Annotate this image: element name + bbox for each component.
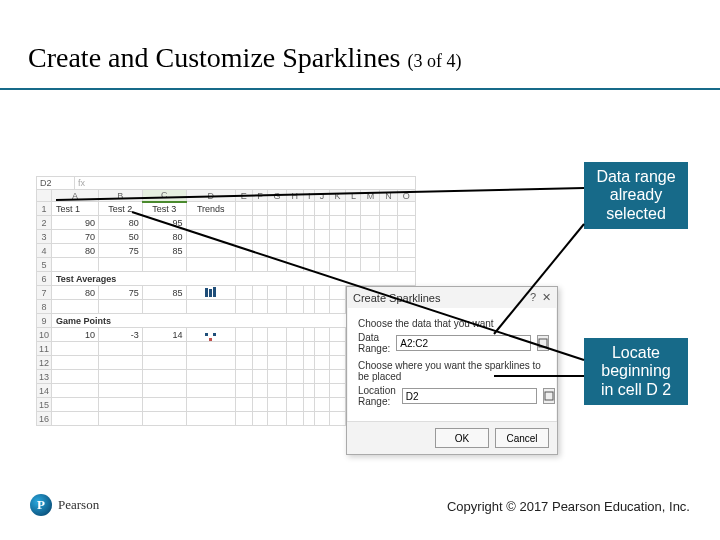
cell[interactable] xyxy=(329,216,346,230)
column-header[interactable]: F xyxy=(252,190,268,202)
cell[interactable] xyxy=(252,300,268,314)
row-header[interactable]: 12 xyxy=(37,356,52,370)
column-header[interactable]: I xyxy=(304,190,315,202)
cell[interactable]: 80 xyxy=(52,286,99,300)
column-header[interactable]: K xyxy=(329,190,346,202)
cell[interactable] xyxy=(252,286,268,300)
cell[interactable] xyxy=(380,202,397,216)
cell[interactable] xyxy=(315,328,329,342)
cell[interactable] xyxy=(397,258,415,272)
cell[interactable] xyxy=(315,356,329,370)
cell[interactable] xyxy=(268,370,286,384)
cell[interactable] xyxy=(286,370,303,384)
column-header[interactable]: L xyxy=(346,190,361,202)
cell[interactable] xyxy=(346,230,361,244)
cell[interactable] xyxy=(329,258,346,272)
row-header[interactable]: 16 xyxy=(37,412,52,426)
cell[interactable] xyxy=(315,342,329,356)
cell[interactable] xyxy=(142,384,186,398)
data-range-input[interactable] xyxy=(396,335,531,351)
column-header[interactable]: E xyxy=(235,190,252,202)
cell[interactable] xyxy=(346,202,361,216)
column-header[interactable]: H xyxy=(286,190,303,202)
cell[interactable] xyxy=(252,230,268,244)
cell[interactable] xyxy=(52,370,99,384)
cell[interactable] xyxy=(186,216,235,230)
cell[interactable] xyxy=(286,300,303,314)
cell[interactable] xyxy=(252,202,268,216)
cell[interactable] xyxy=(252,370,268,384)
cell[interactable] xyxy=(304,258,315,272)
cell[interactable] xyxy=(235,412,252,426)
row-header[interactable]: 3 xyxy=(37,230,52,244)
cell[interactable] xyxy=(304,370,315,384)
cell[interactable]: 85 xyxy=(142,244,186,258)
cell[interactable] xyxy=(315,398,329,412)
cell[interactable] xyxy=(380,244,397,258)
cell[interactable] xyxy=(329,244,346,258)
cell[interactable] xyxy=(235,202,252,216)
cell[interactable] xyxy=(52,384,99,398)
cell[interactable]: Test 2 xyxy=(98,202,142,216)
cell[interactable] xyxy=(235,384,252,398)
cell[interactable]: 80 xyxy=(52,244,99,258)
cell[interactable] xyxy=(315,286,329,300)
location-range-input[interactable] xyxy=(402,388,537,404)
cell[interactable] xyxy=(329,342,346,356)
cell[interactable] xyxy=(235,328,252,342)
cell[interactable] xyxy=(286,216,303,230)
cell[interactable] xyxy=(304,356,315,370)
cell[interactable] xyxy=(142,342,186,356)
cell[interactable] xyxy=(186,384,235,398)
cell[interactable] xyxy=(286,342,303,356)
row-header[interactable]: 13 xyxy=(37,370,52,384)
cell[interactable]: Test 3 xyxy=(142,202,186,216)
cell[interactable] xyxy=(286,244,303,258)
cell[interactable] xyxy=(186,230,235,244)
cell[interactable] xyxy=(52,342,99,356)
cell[interactable] xyxy=(329,384,346,398)
formula-bar[interactable]: fx xyxy=(75,177,88,189)
cell[interactable]: 75 xyxy=(98,286,142,300)
cell[interactable]: 10 xyxy=(52,328,99,342)
cell[interactable] xyxy=(286,258,303,272)
row-header[interactable]: 9 xyxy=(37,314,52,328)
cell[interactable] xyxy=(252,398,268,412)
row-header[interactable]: 2 xyxy=(37,216,52,230)
cell[interactable] xyxy=(268,216,286,230)
cell[interactable] xyxy=(329,356,346,370)
cell[interactable] xyxy=(315,230,329,244)
cell[interactable] xyxy=(304,342,315,356)
cell[interactable] xyxy=(286,328,303,342)
cell[interactable] xyxy=(142,258,186,272)
cell[interactable] xyxy=(142,300,186,314)
cell[interactable] xyxy=(315,202,329,216)
cell[interactable] xyxy=(268,258,286,272)
row-header[interactable]: 6 xyxy=(37,272,52,286)
cell[interactable] xyxy=(52,258,99,272)
cell[interactable] xyxy=(186,356,235,370)
row-header[interactable]: 15 xyxy=(37,398,52,412)
column-header[interactable]: A xyxy=(52,190,99,202)
column-header[interactable]: G xyxy=(268,190,286,202)
row-header[interactable]: 10 xyxy=(37,328,52,342)
cell[interactable] xyxy=(286,286,303,300)
cell[interactable]: -3 xyxy=(98,328,142,342)
range-picker-icon[interactable] xyxy=(537,335,549,351)
cell[interactable] xyxy=(268,300,286,314)
select-all-corner[interactable] xyxy=(37,190,52,202)
row-header[interactable]: 8 xyxy=(37,300,52,314)
cell[interactable] xyxy=(268,342,286,356)
cell[interactable] xyxy=(52,398,99,412)
cell[interactable] xyxy=(142,356,186,370)
cell[interactable]: 75 xyxy=(98,244,142,258)
cell[interactable] xyxy=(186,370,235,384)
cell[interactable] xyxy=(346,244,361,258)
cell[interactable] xyxy=(304,216,315,230)
cell[interactable]: 14 xyxy=(142,328,186,342)
column-header[interactable]: N xyxy=(380,190,397,202)
cell[interactable] xyxy=(315,244,329,258)
cell[interactable] xyxy=(304,412,315,426)
cell[interactable] xyxy=(304,202,315,216)
ok-button[interactable]: OK xyxy=(435,428,489,448)
